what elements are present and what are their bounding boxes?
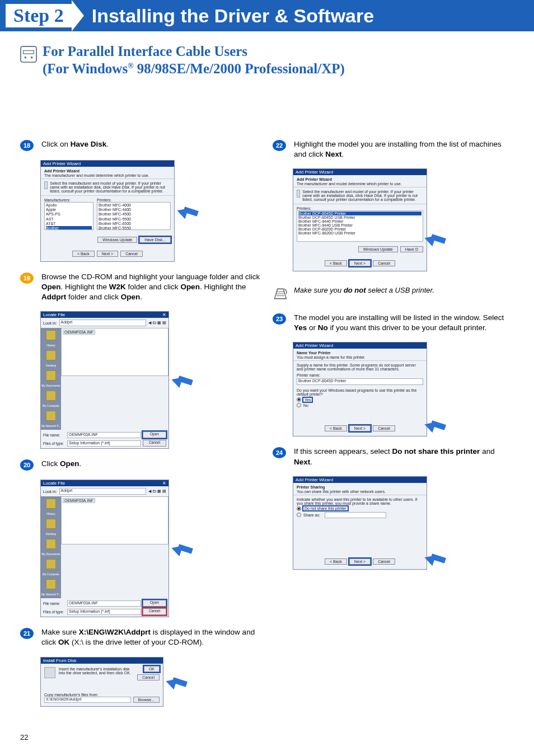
ok-button[interactable]: OK xyxy=(144,666,160,672)
note-text: Make sure you do not select a USB printe… xyxy=(294,286,434,294)
copy-from-field[interactable]: X:\ENG\W2K\Addprt xyxy=(44,697,131,703)
next-button[interactable]: Next > xyxy=(97,251,118,257)
step-21: 21 Make sure X:\ENG\W2K\Addprt is displa… xyxy=(20,627,261,647)
close-icon[interactable]: ✕ xyxy=(162,481,166,486)
places-bar[interactable]: History Desktop My Documents My Computer… xyxy=(41,496,61,598)
step-24: 24 If this screen appears, select Do not… xyxy=(273,447,514,467)
radio-yes[interactable]: Yes xyxy=(297,397,423,402)
cancel-button[interactable]: Cancel xyxy=(137,674,160,680)
arrow-icon xyxy=(172,372,200,388)
locate-file-dialog-2: Locate File✕ Look in: Addprt ◀ 🗀 ▦ ▤ His… xyxy=(40,480,169,617)
printer-icon xyxy=(297,190,300,198)
back-button[interactable]: < Back xyxy=(325,425,347,431)
file-list[interactable]: OEMMF03A.INF xyxy=(61,496,168,544)
network-icon[interactable] xyxy=(46,411,56,421)
step-label: Step 2 xyxy=(6,4,72,27)
sharing-message: Indicate whether you want this printer t… xyxy=(297,497,423,505)
arrow-icon xyxy=(425,231,453,246)
back-button[interactable]: < Back xyxy=(325,558,347,565)
share-name-field[interactable] xyxy=(325,512,386,518)
step-text: Click on Have Disk. xyxy=(41,139,109,149)
screenshot-20-wrap: Locate File✕ Look in: Addprt ◀ 🗀 ▦ ▤ His… xyxy=(40,480,261,617)
inf-file[interactable]: OEMMF03A.INF xyxy=(63,330,95,335)
printer-name-label: Printer name: xyxy=(297,373,423,377)
step-20: 20 Click Open. xyxy=(20,459,261,471)
inf-file[interactable]: OEMMF03A.INF xyxy=(63,498,95,503)
filetype-field[interactable]: Setup Information (*.inf) xyxy=(67,609,141,615)
dialog-title: Locate File✕ xyxy=(41,312,168,318)
browse-button[interactable]: Browse... xyxy=(133,697,160,703)
step-text: If this screen appears, select Do not sh… xyxy=(294,447,514,467)
dialog-title: Add Printer Wizard xyxy=(41,161,174,167)
model-list[interactable]: Brother DCP-8045D Printer Brother DCP-80… xyxy=(297,210,423,242)
dialog-subheader: Add Printer Wizard The manufacturer and … xyxy=(41,167,174,179)
nav-icons[interactable]: ◀ 🗀 ▦ ▤ xyxy=(148,321,166,325)
radio-no[interactable]: No xyxy=(297,403,423,407)
supply-name-text: Supply a name for this printer. Some pro… xyxy=(297,363,423,371)
places-bar[interactable]: History Desktop My Documents My Computer… xyxy=(41,328,61,430)
history-icon[interactable] xyxy=(46,330,56,340)
filetype-label: Files of type: xyxy=(43,442,65,445)
lookin-field[interactable]: Addprt xyxy=(59,320,147,326)
windows-update-button[interactable]: Windows Update xyxy=(358,246,398,252)
mydocs-icon[interactable] xyxy=(46,370,56,381)
mfr-printer-lists: Manufacturers: ApolloAppleAPS-PSASTAT&TB… xyxy=(41,196,174,233)
screenshot-19-wrap: Locate File✕ Look in: Addprt ◀ 🗀 ▦ ▤ His… xyxy=(40,311,261,449)
parallel-icon xyxy=(20,46,37,63)
next-button[interactable]: Next > xyxy=(349,558,371,565)
open-button[interactable]: Open xyxy=(143,600,166,607)
printers-list[interactable]: Brother MFC-4000Brother MFC-4400Brother … xyxy=(97,202,171,230)
screenshot-22-wrap: Add Printer Wizard Add Printer WizardThe… xyxy=(293,168,514,271)
locate-file-dialog: Locate File✕ Look in: Addprt ◀ 🗀 ▦ ▤ His… xyxy=(40,311,169,449)
cancel-button[interactable]: Cancel xyxy=(143,440,166,447)
close-icon[interactable]: ✕ xyxy=(162,312,166,317)
radio-do-not-share[interactable]: Do not share this printer xyxy=(297,506,423,511)
right-column: 22 Highlight the model you are installin… xyxy=(273,139,514,717)
lookin-field[interactable]: Addprt xyxy=(59,488,147,495)
page-header: Step 2 Installing the Driver & Software xyxy=(0,0,534,31)
windows-update-button[interactable]: Windows Update xyxy=(97,237,137,243)
filename-field[interactable]: OEMMF03A.INF xyxy=(67,600,141,607)
step-badge: 19 xyxy=(20,273,34,284)
have-disk-button[interactable]: Have D xyxy=(400,246,423,252)
printers-label: Printers: xyxy=(297,206,423,210)
svg-point-2 xyxy=(25,57,27,59)
desktop-icon[interactable] xyxy=(46,350,56,360)
arrow-icon xyxy=(425,417,453,433)
cancel-button[interactable]: Cancel xyxy=(373,260,395,266)
radio-share-as[interactable]: Share as: xyxy=(297,512,423,518)
cancel-button[interactable]: Cancel xyxy=(143,608,166,615)
step-19: 19 Browse the CD-ROM and highlight your … xyxy=(20,272,261,303)
open-button[interactable]: Open xyxy=(143,431,166,438)
dialog-note: Select the manufacturer and model of you… xyxy=(41,179,174,196)
step-text: Browse the CD-ROM and highlight your lan… xyxy=(41,272,261,303)
section-subtitle: For Parallel Interface Cable Users (For … xyxy=(20,43,534,78)
step-22: 22 Highlight the model you are installin… xyxy=(273,139,514,159)
cancel-button[interactable]: Cancel xyxy=(373,425,395,431)
arrow-icon xyxy=(178,203,206,219)
file-list[interactable]: OEMMF03A.INF xyxy=(61,328,168,376)
step-badge: 21 xyxy=(20,628,34,639)
arrow-icon xyxy=(425,550,453,566)
mycomputer-icon[interactable] xyxy=(46,391,56,401)
screenshot-18-wrap: Add Printer Wizard Add Printer Wizard Th… xyxy=(40,160,261,262)
cancel-button[interactable]: Cancel xyxy=(120,251,143,257)
left-column: 18 Click on Have Disk. Add Printer Wizar… xyxy=(20,139,261,717)
filename-field[interactable]: OEMMF03A.INF xyxy=(67,432,141,438)
subtitle-line2: (For Windows® 98/98SE/Me/2000 Profession… xyxy=(43,60,345,77)
next-button[interactable]: Next > xyxy=(349,425,371,431)
printer-name-field[interactable]: Brother DCP-8045D Printer xyxy=(297,378,423,385)
back-button[interactable]: < Back xyxy=(72,251,95,257)
note-icon xyxy=(273,286,288,304)
add-printer-wizard-dialog: Add Printer Wizard Add Printer Wizard Th… xyxy=(40,160,175,262)
filetype-field[interactable]: Setup Information (*.inf) xyxy=(67,440,141,447)
step-18: 18 Click on Have Disk. xyxy=(20,139,261,151)
cancel-button[interactable]: Cancel xyxy=(373,558,395,565)
have-disk-button[interactable]: Have Disk... xyxy=(139,237,171,243)
nav-icons[interactable]: ◀ 🗀 ▦ ▤ xyxy=(148,489,166,494)
step-badge: 18 xyxy=(20,140,34,151)
next-button[interactable]: Next > xyxy=(349,260,371,266)
manufacturers-list[interactable]: ApolloAppleAPS-PSASTAT&TBrotherBull xyxy=(44,202,93,230)
install-from-disk-dialog: Install From Disk Insert the manufacture… xyxy=(40,657,163,707)
back-button[interactable]: < Back xyxy=(325,260,347,266)
